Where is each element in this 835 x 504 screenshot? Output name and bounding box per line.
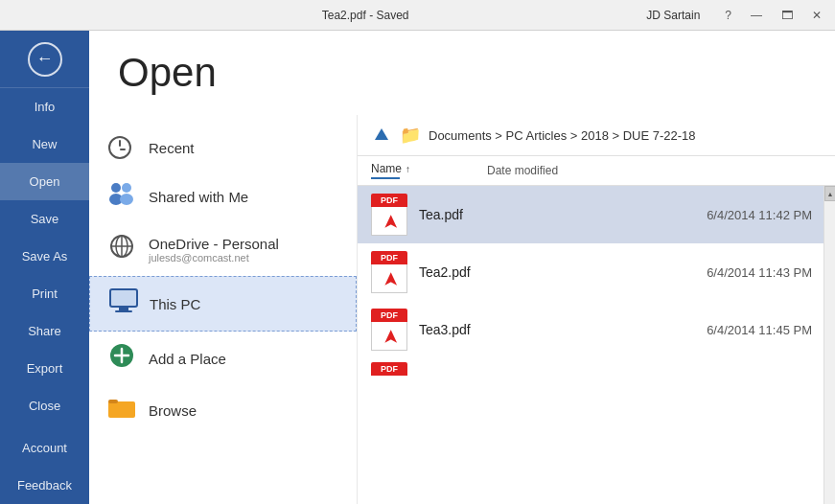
pdf-icon-tea4: PDF: [371, 362, 407, 404]
sidebar-item-feedback[interactable]: Feedback: [0, 467, 89, 504]
monitor-icon: [109, 288, 136, 319]
pdf-icon-tea3: PDF ➤: [371, 309, 407, 351]
location-shared-label: Shared with Me: [149, 189, 248, 205]
back-button[interactable]: ←: [0, 31, 89, 88]
file-name-tea2: Tea2.pdf: [419, 264, 685, 280]
plus-icon: [108, 343, 135, 374]
folder-icon: [108, 397, 135, 424]
sidebar-item-save-as[interactable]: Save As: [0, 238, 89, 275]
svg-rect-9: [119, 307, 128, 310]
titlebar: Tea2.pdf - Saved JD Sartain ? — 🗖 ✕: [0, 0, 835, 31]
scrollbar-track: ▲: [823, 186, 835, 504]
name-header-underline: [371, 177, 400, 179]
sidebar-item-share[interactable]: Share: [0, 312, 89, 350]
sidebar-bottom: Account Feedback: [0, 429, 89, 504]
sidebar-item-account[interactable]: Account: [0, 429, 89, 467]
svg-marker-17: [375, 128, 388, 140]
file-date-tea1: 6/4/2014 11:42 PM: [697, 208, 812, 222]
sidebar-item-open[interactable]: Open: [0, 163, 89, 200]
file-browser: 📁 Documents > PC Articles > 2018 > DUE 7…: [358, 115, 835, 504]
minimize-button[interactable]: —: [745, 7, 768, 24]
file-row-tea2[interactable]: PDF ➤ Tea2.pdf 6/4/2014 11:43 PM: [358, 243, 835, 301]
svg-rect-16: [108, 400, 118, 403]
pdf-arrow-tea2: ➤: [378, 270, 401, 286]
clock-icon: [108, 136, 135, 159]
file-name-tea1: Tea.pdf: [419, 207, 685, 222]
sidebar-item-save[interactable]: Save: [0, 200, 89, 238]
location-onedrive-label: OneDrive - Personal: [149, 236, 279, 252]
onedrive-labels: OneDrive - Personal julesds@comcast.net: [149, 236, 279, 263]
titlebar-title: Tea2.pdf - Saved: [84, 9, 646, 22]
name-column-header[interactable]: Name ↑: [371, 162, 410, 179]
file-date-tea2: 6/4/2014 11:43 PM: [697, 265, 812, 280]
location-browse-label: Browse: [149, 402, 197, 419]
page-title: Open: [118, 50, 806, 96]
name-header-label: Name: [371, 162, 402, 175]
titlebar-user: JD Sartain: [646, 9, 700, 22]
back-circle-icon: ←: [28, 42, 62, 77]
file-row-tea4[interactable]: PDF: [358, 358, 835, 408]
file-list-header: Name ↑ Date modified: [358, 156, 835, 186]
breadcrumb-up-button[interactable]: [371, 125, 392, 146]
location-recent[interactable]: Recent: [89, 125, 357, 171]
svg-point-3: [120, 194, 133, 205]
pdf-icon-tea2: PDF ➤: [371, 251, 407, 293]
file-list[interactable]: PDF ➤ Tea.pdf 6/4/2014 11:42 PM PDF: [358, 186, 835, 504]
content-panel: Open Recent: [89, 31, 835, 504]
location-onedrive[interactable]: OneDrive - Personal julesds@comcast.net: [89, 222, 357, 276]
two-col-layout: Recent Shared with Me: [89, 115, 835, 504]
globe-icon: [108, 234, 135, 264]
main-container: ← Info New Open Save Save As Print Share…: [0, 31, 835, 504]
sidebar-item-info[interactable]: Info: [0, 88, 89, 126]
file-row-tea3[interactable]: PDF ➤ Tea3.pdf 6/4/2014 11:45 PM: [358, 301, 835, 358]
breadcrumb-bar: 📁 Documents > PC Articles > 2018 > DUE 7…: [358, 115, 835, 156]
location-recent-label: Recent: [149, 140, 195, 156]
svg-rect-8: [110, 289, 137, 307]
date-column-header[interactable]: Date modified: [487, 164, 558, 177]
location-thispc-label: This PC: [150, 296, 200, 312]
file-date-tea3: 6/4/2014 11:45 PM: [697, 323, 812, 337]
open-heading-area: Open: [89, 31, 835, 115]
location-onedrive-sublabel: julesds@comcast.net: [149, 252, 279, 263]
file-row-tea1[interactable]: PDF ➤ Tea.pdf 6/4/2014 11:42 PM: [358, 186, 835, 243]
scroll-up-icon: ▲: [827, 191, 834, 197]
breadcrumb-text: Documents > PC Articles > 2018 > DUE 7-2…: [429, 128, 696, 143]
titlebar-controls: JD Sartain ? — 🗖 ✕: [646, 7, 827, 24]
sidebar: ← Info New Open Save Save As Print Share…: [0, 31, 89, 504]
pdf-arrow-tea3: ➤: [378, 328, 401, 344]
sidebar-item-close[interactable]: Close: [0, 387, 89, 424]
help-button[interactable]: ?: [719, 7, 737, 24]
scroll-up-button[interactable]: ▲: [824, 186, 835, 201]
sidebar-item-new[interactable]: New: [0, 126, 89, 163]
people-icon: [108, 182, 135, 211]
svg-rect-10: [115, 310, 132, 312]
breadcrumb-folder-icon: 📁: [400, 125, 421, 146]
name-sort-indicator: ↑: [406, 164, 410, 174]
svg-point-0: [111, 183, 121, 193]
location-shared[interactable]: Shared with Me: [89, 171, 357, 222]
locations-column: Recent Shared with Me: [89, 115, 358, 504]
sidebar-item-print[interactable]: Print: [0, 275, 89, 312]
close-window-button[interactable]: ✕: [806, 7, 827, 24]
pdf-icon-tea1: PDF ➤: [371, 194, 407, 236]
svg-point-2: [122, 183, 131, 193]
location-addplace-label: Add a Place: [149, 351, 226, 367]
location-browse[interactable]: Browse: [89, 385, 357, 435]
file-name-tea3: Tea3.pdf: [419, 322, 685, 337]
pdf-arrow-tea1: ➤: [378, 213, 401, 229]
restore-button[interactable]: 🗖: [776, 7, 799, 24]
location-addplace[interactable]: Add a Place: [89, 332, 357, 385]
location-thispc[interactable]: This PC: [89, 276, 357, 332]
sidebar-item-export[interactable]: Export: [0, 350, 89, 387]
